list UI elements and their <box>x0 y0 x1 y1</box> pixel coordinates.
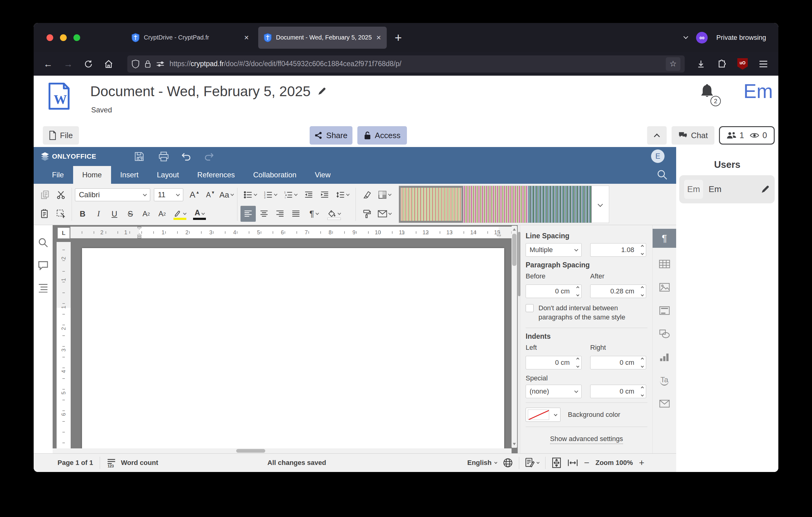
indent-left-spinner[interactable]: 0 cm <box>526 356 582 370</box>
tracking-shield-icon[interactable] <box>132 60 140 68</box>
select-all-button[interactable] <box>53 206 68 222</box>
horizontal-ruler[interactable]: 21 123456789101112131415 <box>70 227 512 238</box>
copy-style-button[interactable] <box>359 206 374 222</box>
file-menu-button[interactable]: File <box>43 126 79 144</box>
downloads-button[interactable] <box>692 56 710 72</box>
zoom-in-button[interactable]: + <box>639 458 644 468</box>
strikethrough-button[interactable]: S <box>123 206 138 222</box>
line-spacing-multiple-spinner[interactable]: 1.08 <box>590 243 646 257</box>
permissions-sliders-icon[interactable] <box>156 60 165 68</box>
edit-title-pencil-icon[interactable] <box>317 87 326 96</box>
menu-tab-insert[interactable]: Insert <box>111 166 148 184</box>
decrease-indent-button[interactable] <box>301 187 316 203</box>
reload-button[interactable] <box>80 56 97 72</box>
line-spacing-button[interactable] <box>333 187 352 203</box>
access-button[interactable]: Access <box>357 126 407 144</box>
presence-indicator[interactable]: 1 0 <box>719 126 775 144</box>
chart-settings-tab[interactable] <box>652 348 676 366</box>
close-window-button[interactable] <box>47 34 53 41</box>
save-button[interactable] <box>129 148 149 164</box>
style-gallery-expand-button[interactable] <box>592 186 609 223</box>
url-bar[interactable]: https://cryptpad.fr/doc/#/3/doc/edit/ff0… <box>127 55 685 73</box>
menu-tab-view[interactable]: View <box>306 166 340 184</box>
spacing-before-spinner[interactable]: 0 cm <box>526 284 582 298</box>
fit-to-width-icon[interactable] <box>568 459 578 467</box>
forward-button[interactable]: → <box>59 56 77 72</box>
nonprinting-characters-button[interactable]: ¶ <box>304 206 324 222</box>
share-button[interactable]: Share <box>310 126 352 144</box>
tab-stop-selector[interactable]: L <box>58 227 70 239</box>
mail-merge-button[interactable] <box>375 206 395 222</box>
spacing-after-spinner[interactable]: 0.28 cm <box>590 284 646 298</box>
style-preview-no-spacing[interactable] <box>463 186 527 223</box>
chat-button[interactable]: Chat <box>672 126 715 144</box>
sidebar-scrollbar[interactable] <box>518 225 521 453</box>
highlight-color-button[interactable] <box>170 206 190 222</box>
search-button[interactable] <box>657 169 668 180</box>
lock-icon[interactable] <box>144 60 151 68</box>
minimize-window-button[interactable] <box>60 34 67 41</box>
increase-font-size-button[interactable]: A▲ <box>187 187 202 203</box>
edit-user-pencil-icon[interactable] <box>761 185 770 194</box>
align-center-button[interactable] <box>256 206 272 222</box>
spell-check-button[interactable] <box>525 458 539 468</box>
spin-up-icon[interactable] <box>641 245 644 248</box>
mail-merge-settings-tab[interactable] <box>652 394 676 413</box>
menu-tab-references[interactable]: References <box>188 166 244 184</box>
special-indent-select[interactable]: (none) <box>526 385 582 398</box>
font-color-button[interactable]: A <box>190 206 209 222</box>
interval-checkbox[interactable] <box>526 304 533 312</box>
spin-up-icon[interactable] <box>576 287 579 290</box>
indent-right-spinner[interactable]: 0 cm <box>590 356 646 370</box>
comments-icon[interactable] <box>38 261 48 270</box>
set-language-globe-icon[interactable] <box>503 458 513 468</box>
find-icon[interactable] <box>38 237 48 248</box>
decrease-font-size-button[interactable]: A▼ <box>203 187 218 203</box>
collaborator-avatar[interactable]: E <box>651 149 665 163</box>
new-tab-button[interactable]: + <box>395 31 402 44</box>
multilevel-list-button[interactable]: 1i <box>281 187 300 203</box>
menu-tab-home[interactable]: Home <box>73 166 111 184</box>
style-preview-normal[interactable] <box>399 186 463 223</box>
sidebar-scroll-thumb[interactable] <box>518 232 520 296</box>
url-text[interactable]: https://cryptpad.fr/doc/#/3/doc/edit/ff0… <box>170 60 661 68</box>
tab-cryptdrive[interactable]: CryptDrive - CryptPad.fr ✕ <box>126 27 255 49</box>
tab-document-active[interactable]: Document - Wed, February 5, 2025 ✕ <box>258 27 387 49</box>
show-advanced-settings-link[interactable]: Show advanced settings <box>550 435 623 444</box>
undo-button[interactable] <box>177 148 196 164</box>
spin-down-icon[interactable] <box>641 252 644 255</box>
font-name-select[interactable]: Calibri <box>75 188 150 201</box>
special-amount-spinner[interactable]: 0 cm <box>590 385 646 398</box>
redo-button[interactable] <box>199 148 219 164</box>
font-size-select[interactable]: 11 <box>154 188 183 201</box>
left-indent-box-marker[interactable] <box>137 237 141 238</box>
horizontal-scrollbar[interactable] <box>53 448 512 453</box>
spin-down-icon[interactable] <box>641 293 644 297</box>
align-right-button[interactable] <box>272 206 288 222</box>
spin-down-icon[interactable] <box>576 293 579 297</box>
zoom-out-button[interactable]: − <box>584 458 589 468</box>
vertical-ruler[interactable]: 21 123456 <box>57 242 71 453</box>
subscript-button[interactable]: A2 <box>154 206 170 222</box>
collapse-toolbar-button[interactable] <box>647 126 667 144</box>
textart-settings-tab[interactable]: Ta <box>652 371 676 390</box>
home-button[interactable] <box>100 56 117 72</box>
italic-button[interactable]: I <box>91 206 106 222</box>
menu-tab-file[interactable]: File <box>43 166 73 184</box>
bullets-button[interactable] <box>240 187 260 203</box>
account-initials[interactable]: Em <box>744 80 773 103</box>
copy-button[interactable] <box>37 187 53 203</box>
scroll-up-arrow[interactable] <box>513 228 516 230</box>
superscript-button[interactable]: A2 <box>139 206 154 222</box>
notifications-button[interactable]: 2 <box>699 84 717 105</box>
document-page[interactable] <box>82 248 504 453</box>
align-left-button[interactable] <box>240 206 256 222</box>
header-footer-settings-tab[interactable] <box>652 301 676 320</box>
menu-tab-layout[interactable]: Layout <box>148 166 188 184</box>
color-scheme-button[interactable] <box>375 187 395 203</box>
paragraph-shading-button[interactable] <box>324 206 344 222</box>
menu-tab-collaboration[interactable]: Collaboration <box>244 166 306 184</box>
close-tab-icon[interactable]: ✕ <box>376 34 381 42</box>
maximize-window-button[interactable] <box>74 34 80 41</box>
spin-up-icon[interactable] <box>576 358 579 361</box>
